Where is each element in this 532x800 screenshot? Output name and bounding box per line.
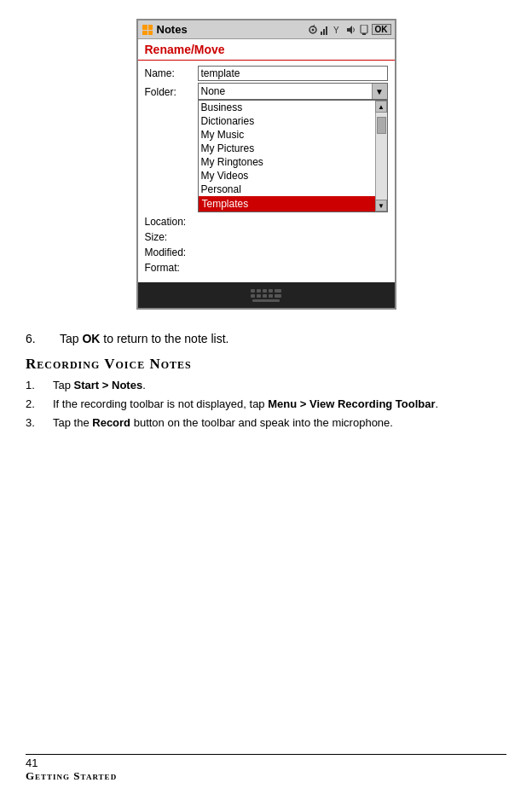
dialog-title: Rename/Move xyxy=(138,39,395,61)
format-label: Format: xyxy=(145,260,198,274)
ok-button[interactable]: OK xyxy=(372,24,391,35)
page-number: 41 xyxy=(26,757,117,769)
folder-dropdown[interactable]: None ▼ xyxy=(198,83,388,100)
list-num-2: 2. xyxy=(26,397,41,412)
ok-bold: OK xyxy=(82,332,100,345)
section-heading: Recording Voice Notes xyxy=(26,356,506,373)
svg-rect-9 xyxy=(326,26,327,35)
list-text-2: If the recording toolbar is not displaye… xyxy=(53,397,506,412)
svg-text:Y: Y xyxy=(333,26,339,35)
list-num-3: 3. xyxy=(26,415,41,431)
list-text-1: Tap Start > Notes. xyxy=(53,378,506,393)
record-bold: Record xyxy=(92,416,130,429)
listbox-scrollbar: ▲ ▼ xyxy=(375,101,387,212)
list-item-my-videos[interactable]: My Videos xyxy=(199,169,375,183)
folder-listbox-wrapper: Business Dictionaries My Music My Pictur… xyxy=(198,100,388,212)
app-name-label: Notes xyxy=(157,23,188,36)
location-row: Location: xyxy=(145,214,388,228)
svg-point-5 xyxy=(311,28,314,31)
svg-rect-13 xyxy=(361,25,367,33)
svg-marker-12 xyxy=(347,26,352,34)
keyboard-icon xyxy=(249,287,283,303)
usb-icon xyxy=(359,25,369,35)
svg-rect-2 xyxy=(142,31,147,35)
svg-rect-14 xyxy=(362,33,366,35)
list-item-2: 2. If the recording toolbar is not displ… xyxy=(26,397,506,412)
svg-rect-8 xyxy=(323,29,325,35)
modified-row: Modified: xyxy=(145,245,388,258)
device-screenshot: Notes Y xyxy=(136,19,396,310)
antenna-icon xyxy=(308,25,318,35)
status-icons: Y OK xyxy=(308,24,391,35)
scrollbar-up-button[interactable]: ▲ xyxy=(375,101,387,113)
step-6-num: 6. xyxy=(26,332,46,345)
svg-rect-17 xyxy=(263,289,267,293)
list-num-1: 1. xyxy=(26,378,41,393)
svg-rect-20 xyxy=(251,294,255,298)
svg-rect-24 xyxy=(275,294,281,298)
list-item-business[interactable]: Business xyxy=(199,101,375,114)
svg-rect-19 xyxy=(275,289,281,293)
network-icon: Y xyxy=(333,25,344,35)
svg-rect-18 xyxy=(269,289,273,293)
list-item-my-music[interactable]: My Music xyxy=(199,128,375,142)
speaker-icon xyxy=(346,25,356,35)
modified-label: Modified: xyxy=(145,245,198,258)
size-row: Size: xyxy=(145,229,388,243)
folder-row: Folder: None ▼ xyxy=(145,83,388,100)
svg-rect-16 xyxy=(257,289,261,293)
svg-rect-25 xyxy=(252,299,280,302)
list-item-my-ringtones[interactable]: My Ringtones xyxy=(199,155,375,169)
svg-rect-0 xyxy=(142,25,147,30)
list-item-my-pictures[interactable]: My Pictures xyxy=(199,142,375,155)
svg-rect-23 xyxy=(269,294,273,298)
svg-rect-3 xyxy=(148,31,153,35)
step-6-text: Tap OK to return to the note list. xyxy=(60,332,506,345)
scrollbar-down-button[interactable]: ▼ xyxy=(375,200,387,212)
scrollbar-track xyxy=(376,113,387,200)
location-label: Location: xyxy=(145,214,198,228)
step-6: 6. Tap OK to return to the note list. xyxy=(26,332,506,345)
menu-view-bold: Menu > View Recording Toolbar xyxy=(268,397,435,410)
list-item-templates[interactable]: Templates xyxy=(199,196,375,212)
name-row: Name: xyxy=(145,66,388,81)
dropdown-arrow[interactable]: ▼ xyxy=(372,84,387,99)
svg-rect-7 xyxy=(321,32,322,35)
page-content: 6. Tap OK to return to the note list. Re… xyxy=(0,318,532,455)
list-item-personal[interactable]: Personal xyxy=(199,183,375,196)
status-bar-app: Notes xyxy=(142,23,188,36)
status-bar: Notes Y xyxy=(138,20,395,39)
keyboard-area xyxy=(138,282,395,308)
svg-rect-1 xyxy=(148,25,153,30)
list-item-1: 1. Tap Start > Notes. xyxy=(26,378,506,393)
windows-icon xyxy=(142,24,153,36)
list-item-dictionaries[interactable]: Dictionaries xyxy=(199,114,375,128)
scrollbar-thumb[interactable] xyxy=(377,117,386,134)
name-label: Name: xyxy=(145,66,198,79)
svg-rect-21 xyxy=(257,294,261,298)
page-footer: 41 Getting Started xyxy=(26,754,506,783)
list-text-3: Tap the Record button on the toolbar and… xyxy=(53,415,506,431)
svg-rect-10 xyxy=(328,25,330,35)
svg-rect-22 xyxy=(263,294,267,298)
start-notes-bold: Start > Notes xyxy=(74,379,143,391)
size-label: Size: xyxy=(145,229,198,243)
svg-rect-15 xyxy=(251,289,255,293)
list-item-3: 3. Tap the Record button on the toolbar … xyxy=(26,415,506,431)
folder-label: Folder: xyxy=(145,84,198,98)
folder-listbox[interactable]: Business Dictionaries My Music My Pictur… xyxy=(199,101,375,212)
name-input[interactable] xyxy=(198,66,388,81)
form-area: Name: Folder: None ▼ Business Dictionari… xyxy=(138,62,395,279)
numbered-list: 1. Tap Start > Notes. 2. If the recordin… xyxy=(26,378,506,432)
footer-label: Getting Started xyxy=(26,769,117,783)
folder-selected: None xyxy=(199,84,372,98)
signal-icon xyxy=(321,25,331,35)
format-row: Format: xyxy=(145,260,388,274)
